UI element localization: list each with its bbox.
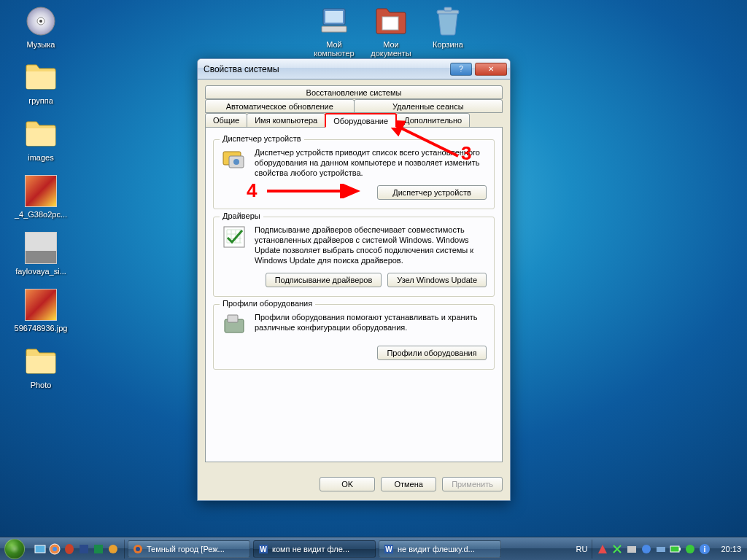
windows-update-button[interactable]: Узел Windows Update xyxy=(387,273,487,287)
svg-point-11 xyxy=(233,159,239,165)
group-hardware-profiles: Профили оборудования Профили оборудовани… xyxy=(213,304,495,370)
task-firefox[interactable]: Темный город [Реж... xyxy=(128,540,250,558)
desktop-icon-label: Корзина xyxy=(433,40,463,49)
tray-icon[interactable] xyxy=(597,543,608,555)
task-word-1[interactable]: W комп не видит фле... xyxy=(253,540,376,558)
group-device-manager: Диспетчер устройств Диспетчер устройств … xyxy=(213,139,495,209)
recycle-bin-icon xyxy=(430,4,465,39)
desktop-icon-label: Photo xyxy=(31,381,52,389)
ok-button[interactable]: OK xyxy=(320,477,375,491)
desktop-icon-label: Мой компьютер xyxy=(306,40,362,58)
svg-text:W: W xyxy=(260,545,267,553)
svg-rect-32 xyxy=(657,547,665,552)
dialog-button-row: OK Отмена Применить xyxy=(198,470,510,500)
quick-launch-app-icon[interactable] xyxy=(92,542,105,556)
desktop-icon-label: _4_G38o2pc... xyxy=(15,210,67,219)
folder-icon xyxy=(23,117,58,152)
group-legend: Профили оборудования xyxy=(220,299,315,308)
svg-rect-21 xyxy=(80,545,88,553)
desktop-icon-images[interactable]: images xyxy=(13,117,69,162)
desktop-icon-music[interactable]: Музыка xyxy=(13,4,69,49)
desktop-icon-recyclebin[interactable]: Корзина xyxy=(420,4,476,49)
tray-icon[interactable] xyxy=(611,543,623,555)
dialog-titlebar[interactable]: Свойства системы ? ✕ xyxy=(198,59,510,79)
group-text: Диспетчер устройств приводит список всег… xyxy=(255,147,487,178)
tab-system-restore[interactable]: Восстановление системы xyxy=(205,85,503,99)
desktop-icon-file3[interactable]: 596748936.jpg xyxy=(13,287,69,332)
desktop-icon-file2[interactable]: faylovaya_si... xyxy=(13,230,69,276)
svg-point-20 xyxy=(65,544,74,554)
desktop-icon-file1[interactable]: _4_G38o2pc... xyxy=(13,174,69,219)
svg-rect-6 xyxy=(382,17,398,30)
task-word-2[interactable]: W не видит флешку.d... xyxy=(379,540,501,558)
tray-icon[interactable] xyxy=(655,543,667,555)
quick-launch-app2-icon[interactable] xyxy=(107,542,120,556)
svg-point-23 xyxy=(109,545,117,553)
folder-icon xyxy=(23,60,58,95)
taskbar: Темный город [Реж... W комп не видит фле… xyxy=(0,537,747,560)
tab-strip: Восстановление системы Автоматическое об… xyxy=(205,85,503,128)
group-legend: Диспетчер устройств xyxy=(220,134,304,143)
tab-computer-name[interactable]: Имя компьютера xyxy=(247,113,325,128)
group-drivers: Драйверы Подписывание драйверов обеспечи… xyxy=(213,217,495,297)
start-button[interactable] xyxy=(0,537,29,561)
driver-signing-button[interactable]: Подписывание драйверов xyxy=(266,273,382,287)
computer-icon xyxy=(317,4,352,39)
svg-rect-8 xyxy=(444,7,452,11)
tab-auto-update[interactable]: Автоматическое обновление xyxy=(205,99,355,113)
svg-text:i: i xyxy=(704,545,706,553)
desktop-icon-label: группа xyxy=(28,96,53,105)
group-text: Профили оборудования помогают устанавлив… xyxy=(255,312,487,338)
quick-launch xyxy=(29,540,125,559)
svg-rect-4 xyxy=(325,11,343,23)
word-icon: W xyxy=(258,544,268,554)
drivers-icon xyxy=(221,225,247,251)
quick-launch-chrome-icon[interactable] xyxy=(48,542,61,556)
svg-point-31 xyxy=(642,545,651,553)
quick-launch-desktop-icon[interactable] xyxy=(34,542,47,556)
folder-icon xyxy=(23,344,58,379)
quick-launch-floppy-icon[interactable] xyxy=(77,542,90,556)
svg-rect-34 xyxy=(679,548,681,551)
close-button[interactable]: ✕ xyxy=(475,63,507,76)
system-tray: i xyxy=(592,540,715,559)
group-text: Подписывание драйверов обеспечивает совм… xyxy=(255,225,487,265)
help-button[interactable]: ? xyxy=(450,63,472,76)
svg-rect-5 xyxy=(322,26,347,32)
cancel-button[interactable]: Отмена xyxy=(381,477,436,491)
svg-rect-17 xyxy=(35,545,45,553)
tray-icon[interactable] xyxy=(640,543,652,555)
apply-button[interactable]: Применить xyxy=(442,477,503,491)
desktop-icon-group[interactable]: группа xyxy=(13,60,69,105)
tab-panel-hardware: Диспетчер устройств Диспетчер устройств … xyxy=(205,127,503,462)
system-properties-dialog: Свойства системы ? ✕ Восстановление сист… xyxy=(197,58,511,501)
image-thumb-icon xyxy=(23,230,58,265)
desktop-icon-label: Музыка xyxy=(27,40,55,49)
desktop-icon-label: Мои документы xyxy=(363,40,419,58)
quick-launch-opera-icon[interactable] xyxy=(63,542,76,556)
task-label: Темный город [Реж... xyxy=(147,545,225,553)
svg-point-25 xyxy=(136,547,140,551)
tab-advanced[interactable]: Дополнительно xyxy=(396,113,470,128)
desktop-icon-label: faylovaya_si... xyxy=(15,267,66,276)
tray-battery-icon[interactable] xyxy=(670,543,681,555)
tray-icon[interactable] xyxy=(684,543,696,555)
tray-info-icon[interactable]: i xyxy=(699,543,711,555)
tray-icon[interactable] xyxy=(626,543,638,555)
tab-general[interactable]: Общие xyxy=(205,113,247,128)
tab-hardware[interactable]: Оборудование xyxy=(325,113,397,128)
device-manager-button[interactable]: Диспетчер устройств xyxy=(377,185,487,200)
word-icon: W xyxy=(384,544,394,554)
desktop-icon-label: images xyxy=(28,153,53,162)
tab-remote[interactable]: Удаленные сеансы xyxy=(354,99,503,113)
svg-point-19 xyxy=(53,547,57,551)
svg-rect-30 xyxy=(627,546,636,553)
desktop-icon-mydocs[interactable]: Мои документы xyxy=(363,4,419,58)
dialog-title: Свойства системы xyxy=(204,64,447,74)
desktop-icon-mycomputer[interactable]: Мой компьютер xyxy=(306,4,362,58)
desktop-icon-photo[interactable]: Photo xyxy=(13,344,69,389)
language-indicator[interactable]: RU xyxy=(572,545,592,553)
taskbar-clock[interactable]: 20:13 xyxy=(715,545,747,553)
firefox-icon xyxy=(133,544,143,554)
hardware-profiles-button[interactable]: Профили оборудования xyxy=(377,346,487,360)
